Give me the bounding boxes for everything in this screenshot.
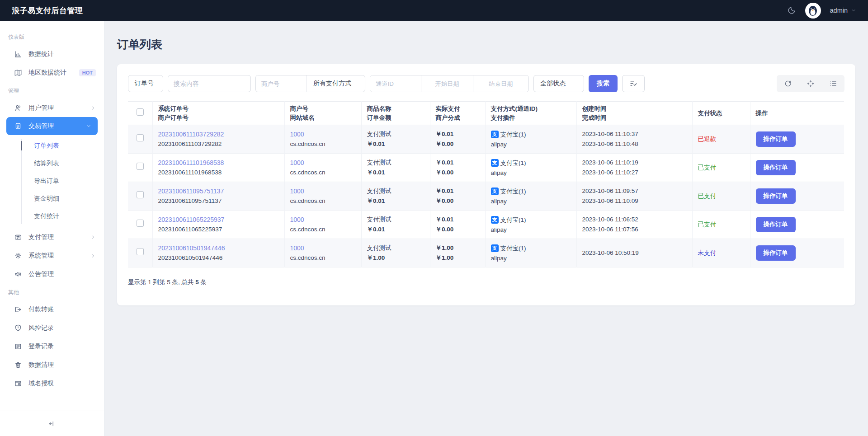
advanced-filter-button[interactable] <box>622 75 645 92</box>
merchant-share: ￥0.00 <box>436 225 481 234</box>
merchant-id-link[interactable]: 1000 <box>290 215 357 225</box>
status-badge: 已支付 <box>698 164 717 171</box>
collapse-sidebar-button[interactable] <box>48 420 56 428</box>
merchant-id-link[interactable]: 1000 <box>290 243 357 253</box>
pay-method: 支支付宝(1) <box>491 158 526 168</box>
search-button[interactable]: 搜索 <box>589 75 618 92</box>
table-header-row: 系统订单号 商户订单号 商户号 网站域名 商品名称 订单金额 实际支付 商户分成 <box>128 102 844 125</box>
sys-order-link[interactable]: 2023100611095751137 <box>158 186 280 196</box>
alipay-icon: 支 <box>491 216 499 224</box>
table-toolbar <box>777 75 844 92</box>
operate-order-button[interactable]: 操作订单 <box>756 160 796 175</box>
start-date-input[interactable] <box>421 75 473 92</box>
map-icon <box>14 69 22 77</box>
user-avatar[interactable] <box>805 3 821 19</box>
sidebar-item-region-stats[interactable]: 地区数据统计 HOT <box>0 63 104 82</box>
sys-order-link[interactable]: 2023100611065225937 <box>158 215 280 225</box>
sidebar-item-domain-authorization[interactable]: 域名授权 <box>0 374 104 393</box>
merchant-id-input[interactable] <box>256 75 307 92</box>
sidebar-item-payout-transfer[interactable]: 付款转账 <box>0 300 104 319</box>
sidebar-item-data-stats[interactable]: 数据统计 <box>0 45 104 63</box>
section-label-dashboard: 仪表版 <box>8 33 104 41</box>
row-checkbox[interactable] <box>137 163 144 170</box>
merchant-paymethod-group: 所有支付方式 <box>255 75 365 92</box>
fullscreen-button[interactable] <box>807 80 815 88</box>
sidebar-item-data-cleanup[interactable]: 数据清理 <box>0 356 104 374</box>
select-all-checkbox[interactable] <box>137 108 144 116</box>
merchant-id-link[interactable]: 1000 <box>290 129 357 139</box>
sidebar-item-payment-management[interactable]: 支付管理 <box>0 228 104 246</box>
mch-order: 2023100610501947446 <box>158 253 280 263</box>
arrows-expand-icon <box>807 80 815 88</box>
operate-order-button[interactable]: 操作订单 <box>756 245 796 261</box>
submenu-item-settlement-list[interactable]: 结算列表 <box>0 155 104 172</box>
status-badge: 已支付 <box>698 192 717 199</box>
order-field-select[interactable]: 订单号 <box>128 75 163 92</box>
operate-order-button[interactable]: 操作订单 <box>756 217 796 232</box>
merchant-share: ￥0.00 <box>436 196 481 206</box>
table-row: 2023100611103729282 2023100611103729282 … <box>128 125 844 154</box>
channel-id-input[interactable] <box>370 75 421 92</box>
completed-time: 2023-10-06 11:10:09 <box>582 196 688 206</box>
filter-bar: 订单号 所有支付方式 全部状态 搜索 <box>128 75 844 92</box>
product-name: 支付测试 <box>367 158 425 168</box>
chevron-down-icon <box>86 123 91 129</box>
sidebar-item-risk-records[interactable]: 风控记录 <box>0 319 104 337</box>
pay-plugin: alipay <box>491 168 572 178</box>
topbar-right: admin <box>787 3 857 19</box>
table-row: 2023100610501947446 2023100610501947446 … <box>128 239 844 267</box>
column-settings-button[interactable] <box>829 80 837 88</box>
merchant-share: ￥0.00 <box>436 168 481 178</box>
user-menu[interactable]: admin <box>830 7 857 14</box>
pay-method-select[interactable]: 所有支付方式 <box>307 75 365 92</box>
search-input[interactable] <box>168 75 251 92</box>
created-time: 2023-10-06 11:09:57 <box>582 186 688 196</box>
mch-order: 2023100611065225937 <box>158 225 280 234</box>
table-row: 2023100611065225937 2023100611065225937 … <box>128 211 844 239</box>
actual-paid: ￥0.01 <box>436 129 481 139</box>
site-domain: cs.cdncos.cn <box>290 196 357 206</box>
chevron-right-icon <box>90 253 96 258</box>
completed-time: 2023-10-06 11:10:27 <box>582 168 688 178</box>
gear-icon <box>14 252 22 260</box>
sidebar-item-announcement-management[interactable]: 公告管理 <box>0 265 104 283</box>
sidebar-nav: 仪表版 数据统计 地区数据统计 HOT 管理 用户管理 交易管理 订单列表 结算… <box>0 21 104 411</box>
row-checkbox[interactable] <box>137 220 144 227</box>
created-time: 2023-10-06 11:10:37 <box>582 129 688 139</box>
merchant-id-link[interactable]: 1000 <box>290 186 357 196</box>
sidebar-item-login-records[interactable]: 登录记录 <box>0 337 104 356</box>
sidebar-item-transaction-management[interactable]: 交易管理 <box>6 117 98 135</box>
sys-order-link[interactable]: 2023100611103729282 <box>158 129 280 139</box>
status-select[interactable]: 全部状态 <box>533 75 584 92</box>
mch-order: 2023100611095751137 <box>158 196 280 206</box>
users-icon <box>14 104 22 112</box>
pay-method: 支支付宝(1) <box>491 215 526 225</box>
merchant-id-link[interactable]: 1000 <box>290 158 357 168</box>
sidebar-item-system-management[interactable]: 系统管理 <box>0 246 104 265</box>
submenu-item-order-list[interactable]: 订单列表 <box>0 137 104 155</box>
pay-plugin: alipay <box>491 140 572 150</box>
sys-order-link[interactable]: 2023100611101968538 <box>158 158 280 168</box>
hot-badge: HOT <box>79 69 96 76</box>
created-time: 2023-10-06 10:50:19 <box>582 248 688 258</box>
theme-toggle-moon-icon[interactable] <box>787 6 796 15</box>
submenu-item-fund-details[interactable]: 资金明细 <box>0 190 104 207</box>
end-date-input[interactable] <box>473 75 528 92</box>
penguin-avatar-image <box>806 4 820 17</box>
transaction-submenu: 订单列表 结算列表 导出订单 资金明细 支付统计 <box>0 135 104 228</box>
row-checkbox[interactable] <box>137 248 144 255</box>
submenu-item-payment-stats[interactable]: 支付统计 <box>0 207 104 225</box>
operate-order-button[interactable]: 操作订单 <box>756 131 796 147</box>
alipay-icon: 支 <box>491 131 499 138</box>
row-checkbox[interactable] <box>137 191 144 198</box>
submenu-item-export-orders[interactable]: 导出订单 <box>0 172 104 190</box>
sidebar-item-user-management[interactable]: 用户管理 <box>0 98 104 117</box>
actual-paid: ￥0.01 <box>436 158 481 168</box>
operate-order-button[interactable]: 操作订单 <box>756 188 796 204</box>
refresh-button[interactable] <box>784 80 792 88</box>
actual-paid: ￥1.00 <box>436 243 481 253</box>
sys-order-link[interactable]: 2023100610501947446 <box>158 243 280 253</box>
trash-icon <box>14 361 22 369</box>
row-checkbox[interactable] <box>137 134 144 141</box>
main-content: 订单列表 订单号 所有支付方式 全部状态 搜索 <box>104 37 868 305</box>
